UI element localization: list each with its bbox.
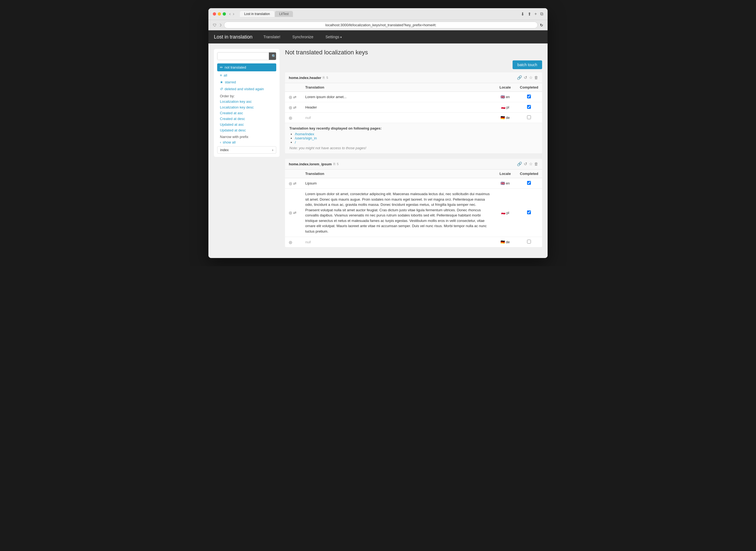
group-header-left-2: home.index.lorem_ipsum ⎘ 5 bbox=[289, 162, 338, 166]
page-link-signin[interactable]: /users/sign_in bbox=[295, 136, 317, 140]
show-all-link[interactable]: ‹ show all bbox=[217, 139, 276, 145]
maximize-dot[interactable] bbox=[223, 12, 226, 16]
flag-en-2: 🇬🇧 bbox=[501, 181, 505, 185]
reset-icon[interactable]: ↺ bbox=[524, 75, 527, 80]
star-action-icon[interactable]: ☆ bbox=[529, 75, 532, 80]
page-list: /home/index /users/sign_in / bbox=[295, 132, 538, 144]
sidebar-label-all: all bbox=[224, 73, 227, 77]
show-all-label: show all bbox=[223, 140, 236, 144]
edit-icon[interactable]: ◎ bbox=[289, 116, 292, 120]
order-loc-key-desc[interactable]: Localization key desc bbox=[217, 104, 276, 110]
edit-icon[interactable]: ◎ bbox=[289, 181, 292, 185]
flag-en: 🇬🇧 bbox=[501, 95, 505, 99]
new-tab-icon[interactable]: + bbox=[534, 11, 537, 17]
search-input[interactable] bbox=[217, 52, 269, 60]
order-created-asc[interactable]: Created at asc bbox=[217, 110, 276, 116]
completed-en-2 bbox=[516, 178, 542, 188]
completed-checkbox-pl[interactable] bbox=[527, 105, 531, 109]
forward-icon[interactable]: › bbox=[233, 11, 234, 16]
order-created-desc[interactable]: Created at desc bbox=[217, 116, 276, 122]
edit-icon[interactable]: ◎ bbox=[289, 105, 292, 110]
nav-synchronize[interactable]: Synchronize bbox=[289, 31, 317, 43]
browser-icons-left: 🛡 ☽ bbox=[213, 23, 222, 27]
table-row: ◎ null 🇩🇪 de bbox=[285, 237, 542, 247]
chevron-left-icon: ‹ bbox=[220, 140, 221, 144]
flag-de-2: 🇩🇪 bbox=[501, 240, 505, 244]
reset-icon-2[interactable]: ↺ bbox=[524, 161, 527, 166]
lock-icon: ☽ bbox=[218, 23, 222, 27]
nav-settings[interactable]: Settings bbox=[322, 31, 345, 43]
completed-checkbox-de[interactable] bbox=[527, 115, 531, 119]
locale-de-2: 🇩🇪 de bbox=[494, 237, 516, 247]
group-header-lorem-ipsum: home.index.lorem_ipsum ⎘ 5 🔗 ↺ ☆ 🗑 bbox=[285, 159, 542, 169]
th-translation-2: Translation bbox=[301, 169, 494, 178]
edit-icon[interactable]: ◎ bbox=[289, 210, 292, 215]
edit-icon[interactable]: ◎ bbox=[289, 95, 292, 99]
translation-value-de: null bbox=[301, 113, 494, 123]
page-link-home[interactable]: /home/index bbox=[295, 132, 314, 136]
completed-en bbox=[516, 92, 542, 102]
th-completed: Completed bbox=[516, 83, 542, 92]
batch-touch-button[interactable]: batch touch bbox=[513, 60, 542, 69]
tab-littest[interactable]: LitTest bbox=[275, 11, 293, 17]
share-icon[interactable]: ⬆ bbox=[528, 11, 531, 17]
row-actions-de-2: ◎ bbox=[285, 237, 301, 247]
sidebar-item-deleted-visited[interactable]: ↺ deleted and visited again bbox=[217, 85, 276, 92]
group-header-actions-2: 🔗 ↺ ☆ 🗑 bbox=[517, 161, 538, 166]
completed-checkbox-en-2[interactable] bbox=[527, 181, 531, 185]
back-icon[interactable]: ‹ bbox=[229, 11, 231, 16]
copy-icon-lorem-ipsum[interactable]: ⎘ bbox=[333, 162, 335, 166]
edit-icon[interactable]: ◎ bbox=[289, 240, 292, 244]
locale-pl-2: 🇵🇱 pl bbox=[494, 188, 516, 237]
locale-en-2: 🇬🇧 en bbox=[494, 178, 516, 188]
completed-pl-2 bbox=[516, 188, 542, 237]
app-content: 🔍 ✏ not translated ≡ all ★ starred ↺ del… bbox=[208, 43, 548, 258]
narrow-item-index[interactable]: index › bbox=[217, 146, 276, 154]
shuffle-icon[interactable]: ⇄ bbox=[293, 181, 296, 185]
count-badge-lorem-ipsum: 5 bbox=[337, 162, 338, 166]
th-translation: Translation bbox=[301, 83, 494, 92]
order-loc-key-asc[interactable]: Localization key asc bbox=[217, 99, 276, 104]
row-actions-en: ◎ ⇄ bbox=[285, 92, 301, 102]
copy-icon-header[interactable]: ⎘ bbox=[323, 76, 325, 79]
star-action-icon-2[interactable]: ☆ bbox=[529, 161, 532, 166]
order-updated-asc[interactable]: Updated at asc bbox=[217, 122, 276, 127]
link-icon[interactable]: 🔗 bbox=[517, 75, 522, 80]
order-updated-desc[interactable]: Updated at desc bbox=[217, 127, 276, 133]
completed-checkbox-pl-2[interactable] bbox=[527, 210, 531, 214]
minimize-dot[interactable] bbox=[218, 12, 221, 16]
translation-value-en: Lorem ipsum dolor amet... bbox=[301, 92, 494, 102]
star-icon: ★ bbox=[220, 80, 223, 84]
delete-icon-2[interactable]: 🗑 bbox=[534, 161, 538, 166]
tab-lost-in-translation[interactable]: Lost in translation bbox=[240, 11, 274, 17]
url-bar[interactable]: localhost:3000/lit/localization_keys/not… bbox=[224, 22, 538, 28]
close-dot[interactable] bbox=[213, 12, 216, 16]
shuffle-icon[interactable]: ⇄ bbox=[293, 105, 296, 110]
app-brand: Lost in translation bbox=[214, 34, 252, 40]
page-info-box-header: Translation key recently displayed on fo… bbox=[285, 123, 542, 153]
th-actions-2 bbox=[285, 169, 301, 178]
sidebar-label-deleted-visited: deleted and visited again bbox=[225, 87, 264, 91]
sidebar-item-all[interactable]: ≡ all bbox=[217, 72, 276, 79]
sidebar-item-starred[interactable]: ★ starred bbox=[217, 79, 276, 85]
sidebar-item-not-translated[interactable]: ✏ not translated bbox=[217, 63, 276, 71]
page-link-root[interactable]: / bbox=[295, 140, 296, 144]
th-locale: Locale bbox=[494, 83, 516, 92]
batch-touch-row: batch touch bbox=[285, 60, 542, 69]
completed-checkbox-en[interactable] bbox=[527, 95, 531, 98]
completed-checkbox-de-2[interactable] bbox=[527, 240, 531, 243]
download-icon[interactable]: ⬇ bbox=[521, 11, 524, 17]
shuffle-icon[interactable]: ⇄ bbox=[293, 95, 296, 99]
locale-en: 🇬🇧 en bbox=[494, 92, 516, 102]
shuffle-icon[interactable]: ⇄ bbox=[293, 210, 296, 215]
sidebar-toggle-icon[interactable]: ⧉ bbox=[540, 11, 543, 17]
delete-icon[interactable]: 🗑 bbox=[534, 75, 538, 80]
translation-value-pl-2: Lorem ipsum dolor sit amet, consectetur … bbox=[301, 188, 494, 237]
nav-translate[interactable]: Translate! bbox=[260, 31, 284, 43]
search-button[interactable]: 🔍 bbox=[269, 52, 276, 60]
th-completed-2: Completed bbox=[516, 169, 542, 178]
table-row: ◎ null 🇩🇪 de bbox=[285, 113, 542, 123]
refresh-icon[interactable]: ↻ bbox=[540, 23, 543, 27]
link-icon-2[interactable]: 🔗 bbox=[517, 161, 522, 166]
sidebar-label-starred: starred bbox=[225, 80, 236, 84]
